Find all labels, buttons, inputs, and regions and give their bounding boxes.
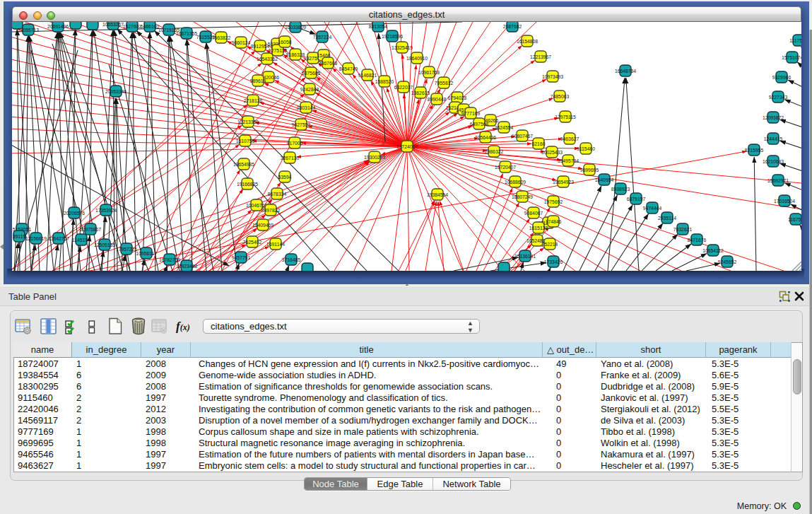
svg-text:21564436: 21564436 [475, 135, 496, 140]
svg-text:20691406: 20691406 [47, 24, 69, 29]
svg-text:9115460: 9115460 [577, 146, 595, 151]
svg-text:7986322: 7986322 [485, 149, 504, 154]
svg-text:14055713: 14055713 [18, 28, 39, 33]
svg-text:7563822: 7563822 [212, 35, 231, 40]
svg-text:10961768: 10961768 [418, 70, 440, 75]
svg-text:16782759: 16782759 [159, 257, 180, 262]
svg-text:9463627: 9463627 [560, 136, 579, 141]
svg-text:12923448: 12923448 [176, 264, 197, 269]
svg-text:19384554: 19384554 [427, 192, 448, 197]
svg-text:8186328: 8186328 [286, 52, 305, 57]
svg-text:2087682: 2087682 [503, 24, 522, 29]
svg-text:7625402: 7625402 [243, 240, 262, 245]
svg-text:8454749: 8454749 [339, 66, 358, 71]
svg-text:1588520: 1588520 [375, 79, 394, 84]
svg-text:16648784: 16648784 [615, 69, 636, 74]
svg-text:9146821: 9146821 [358, 73, 377, 78]
svg-text:53594: 53594 [278, 175, 292, 180]
svg-text:6497568: 6497568 [470, 122, 489, 127]
svg-text:7357224: 7357224 [313, 35, 332, 40]
svg-text:7955812: 7955812 [435, 81, 454, 86]
svg-text:12156619: 12156619 [25, 236, 47, 241]
svg-text:18807249: 18807249 [512, 194, 533, 199]
svg-text:9777169: 9777169 [461, 111, 481, 116]
svg-text:116753: 116753 [788, 217, 801, 222]
svg-text:1733426: 1733426 [544, 259, 563, 264]
svg-text:12093872: 12093872 [763, 115, 784, 120]
svg-text:1691144: 1691144 [266, 242, 285, 247]
svg-text:9242848: 9242848 [300, 87, 319, 92]
svg-text:174846: 174846 [546, 219, 562, 224]
svg-text:16154808: 16154808 [517, 39, 538, 44]
svg-text:30975867: 30975867 [80, 227, 101, 232]
svg-text:39119: 39119 [13, 234, 26, 239]
svg-text:9427552: 9427552 [292, 122, 311, 127]
svg-text:9084067: 9084067 [524, 211, 543, 216]
svg-text:19218596: 19218596 [382, 34, 403, 39]
svg-text:7632621: 7632621 [673, 227, 693, 232]
svg-text:5875685: 5875685 [302, 71, 321, 76]
svg-text:10046768: 10046768 [246, 203, 267, 208]
svg-text:10958117: 10958117 [136, 251, 157, 256]
svg-text:2803144: 2803144 [297, 105, 316, 110]
svg-text:16671355: 16671355 [176, 31, 197, 36]
svg-text:18640910: 18640910 [406, 56, 428, 61]
svg-text:417006: 417006 [287, 141, 303, 146]
svg-text:8678334: 8678334 [268, 192, 287, 197]
svg-text:2718126: 2718126 [244, 98, 263, 103]
svg-text:1615132: 1615132 [529, 226, 548, 230]
svg-text:9457791: 9457791 [232, 255, 251, 260]
svg-text:1527602: 1527602 [123, 24, 142, 29]
svg-text:12213967: 12213967 [530, 54, 551, 59]
svg-text:1975692: 1975692 [544, 199, 563, 204]
svg-text:6466160: 6466160 [141, 24, 160, 29]
svg-text:9227343: 9227343 [769, 95, 788, 100]
svg-text:1610755: 1610755 [236, 139, 255, 144]
svg-text:18724007: 18724007 [396, 144, 418, 149]
svg-text:17353924: 17353924 [95, 208, 117, 213]
svg-text:15409469: 15409469 [252, 223, 273, 228]
svg-text:8990448: 8990448 [428, 97, 447, 102]
svg-text:15751074: 15751074 [782, 55, 801, 60]
svg-text:62160: 62160 [532, 141, 546, 146]
svg-text:13325419: 13325419 [392, 45, 413, 50]
svg-text:1117534: 1117534 [789, 38, 801, 43]
svg-text:3624554: 3624554 [495, 125, 514, 130]
svg-text:1145194: 1145194 [72, 238, 90, 243]
svg-text:1640954: 1640954 [595, 177, 614, 182]
svg-text:9699695: 9699695 [580, 168, 599, 173]
svg-text:12213369: 12213369 [237, 119, 259, 124]
svg-text:9275115: 9275115 [269, 48, 287, 53]
svg-text:15692971: 15692971 [767, 178, 789, 183]
svg-text:10688609: 10688609 [505, 180, 526, 185]
svg-text:13942757: 13942757 [48, 236, 69, 241]
svg-text:16058: 16058 [278, 40, 292, 45]
svg-text:19654923: 19654923 [553, 180, 574, 185]
svg-text:9660124: 9660124 [232, 40, 251, 45]
svg-text:6322037: 6322037 [394, 85, 413, 90]
svg-text:7485063: 7485063 [551, 94, 570, 99]
svg-text:15495794: 15495794 [558, 158, 579, 163]
svg-text:9474444: 9474444 [643, 206, 662, 211]
svg-text:19654985: 19654985 [233, 162, 254, 167]
svg-text:1244415: 1244415 [764, 136, 783, 141]
svg-text:15136141: 15136141 [514, 254, 536, 259]
svg-text:20206576: 20206576 [64, 211, 85, 216]
svg-text:17957225: 17957225 [116, 247, 137, 252]
svg-text:15720407: 15720407 [495, 165, 516, 170]
svg-text:12975115: 12975115 [555, 115, 576, 119]
svg-text:16033809: 16033809 [285, 25, 306, 30]
svg-text:8813054: 8813054 [369, 24, 388, 29]
svg-text:8912954: 8912954 [251, 44, 270, 49]
svg-text:8215955: 8215955 [745, 148, 764, 153]
svg-text:3267130: 3267130 [281, 156, 300, 160]
svg-text:16543362: 16543362 [257, 57, 278, 62]
svg-text:9245652: 9245652 [718, 259, 737, 264]
svg-text:19166825: 19166825 [237, 182, 258, 187]
svg-text:10025433: 10025433 [541, 150, 563, 155]
svg-text:989619: 989619 [250, 78, 266, 83]
svg-text:12505135: 12505135 [94, 243, 115, 247]
svg-text:3716485: 3716485 [282, 257, 301, 262]
svg-text:8497822: 8497822 [261, 208, 281, 213]
svg-text:20053346: 20053346 [105, 89, 126, 94]
